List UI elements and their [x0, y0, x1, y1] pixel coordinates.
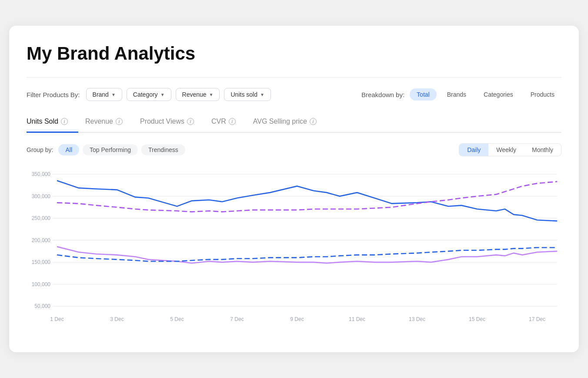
monthly-btn[interactable]: Monthly	[524, 144, 561, 156]
tab-avg-selling-price[interactable]: AVG Selling price i	[253, 113, 327, 133]
daily-btn[interactable]: Daily	[459, 144, 488, 156]
tab-revenue[interactable]: Revenue i	[85, 113, 133, 133]
weekly-btn[interactable]: Weekly	[488, 144, 524, 156]
units-sold-filter-btn[interactable]: Units sold ▼	[224, 88, 271, 101]
metric-tabs: Units Sold i Revenue i Product Views i C…	[27, 113, 561, 133]
main-card: My Brand Analytics Filter Products By: B…	[9, 26, 579, 352]
breakdown-total-btn[interactable]: Total	[410, 88, 437, 101]
breakdown-label: Breakdown by:	[361, 91, 404, 98]
svg-text:50,000: 50,000	[34, 303, 50, 309]
category-filter-btn[interactable]: Category ▼	[127, 88, 171, 101]
revenue-info-icon[interactable]: i	[116, 118, 123, 125]
group-label: Group by:	[27, 146, 53, 153]
group-all-btn[interactable]: All	[58, 144, 79, 155]
revenue-chevron-icon: ▼	[209, 92, 214, 97]
svg-text:7 Dec: 7 Dec	[230, 316, 244, 322]
svg-text:1 Dec: 1 Dec	[50, 316, 63, 322]
group-trendiness-btn[interactable]: Trendiness	[141, 144, 185, 155]
breakdown-categories-btn[interactable]: Categories	[477, 88, 520, 101]
svg-text:250,000: 250,000	[32, 215, 50, 221]
breakdown-brands-btn[interactable]: Brands	[440, 88, 473, 101]
tab-product-views[interactable]: Product Views i	[140, 113, 204, 133]
line-chart: 350,000 300,000 250,000 200,000 150,000 …	[27, 165, 561, 339]
svg-text:100,000: 100,000	[32, 281, 50, 287]
svg-text:3 Dec: 3 Dec	[110, 316, 124, 322]
filter-label: Filter Products By:	[27, 91, 80, 98]
purple-dashed-line-upper	[57, 182, 557, 212]
title-divider	[27, 77, 561, 78]
group-row: Group by: All Top Performing Trendiness …	[27, 143, 561, 156]
blue-solid-line	[57, 181, 557, 221]
svg-text:13 Dec: 13 Dec	[409, 316, 425, 322]
brand-filter-btn[interactable]: Brand ▼	[86, 88, 122, 101]
svg-text:11 Dec: 11 Dec	[349, 316, 365, 322]
svg-text:200,000: 200,000	[32, 237, 50, 243]
svg-text:300,000: 300,000	[32, 193, 50, 199]
units-sold-chevron-icon: ▼	[260, 92, 264, 97]
tab-units-sold[interactable]: Units Sold i	[27, 113, 78, 133]
product-views-info-icon[interactable]: i	[187, 118, 194, 125]
svg-text:5 Dec: 5 Dec	[170, 316, 184, 322]
brand-chevron-icon: ▼	[111, 92, 116, 97]
svg-text:17 Dec: 17 Dec	[529, 316, 545, 322]
page-title: My Brand Analytics	[27, 43, 561, 64]
svg-text:350,000: 350,000	[32, 171, 50, 177]
chart-area: 350,000 300,000 250,000 200,000 150,000 …	[27, 165, 561, 339]
avg-selling-price-info-icon[interactable]: i	[310, 118, 317, 125]
svg-text:150,000: 150,000	[32, 259, 50, 265]
cvr-info-icon[interactable]: i	[229, 118, 236, 125]
blue-dashed-line-lower	[57, 247, 557, 261]
filter-row: Filter Products By: Brand ▼ Category ▼ R…	[27, 88, 561, 101]
revenue-filter-btn[interactable]: Revenue ▼	[176, 88, 220, 101]
svg-text:15 Dec: 15 Dec	[469, 316, 485, 322]
time-period-buttons: Daily Weekly Monthly	[459, 143, 561, 156]
breakdown-section: Breakdown by: Total Brands Categories Pr…	[361, 88, 561, 101]
breakdown-products-btn[interactable]: Products	[524, 88, 561, 101]
tab-cvr[interactable]: CVR i	[211, 113, 246, 133]
units-sold-info-icon[interactable]: i	[61, 118, 68, 125]
group-top-performing-btn[interactable]: Top Performing	[83, 144, 138, 155]
svg-text:9 Dec: 9 Dec	[290, 316, 304, 322]
category-chevron-icon: ▼	[160, 92, 165, 97]
